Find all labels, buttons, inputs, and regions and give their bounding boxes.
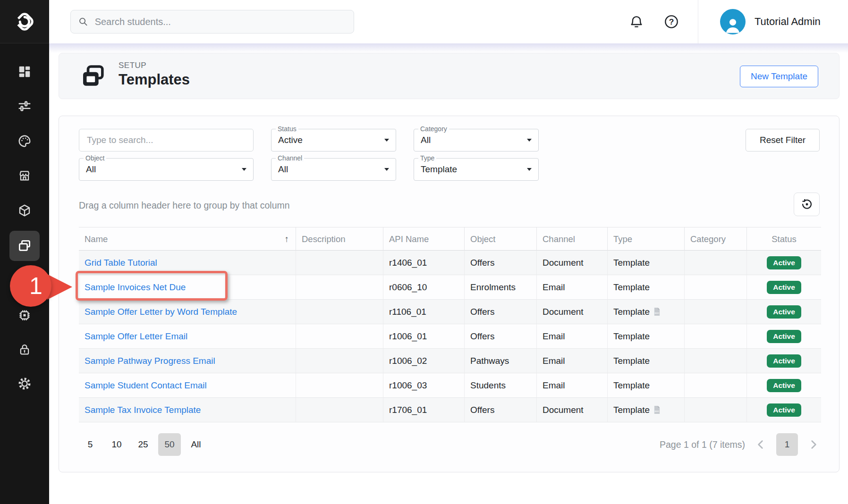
cell-api-name: r1706_01 bbox=[383, 398, 465, 422]
cell-object: Offers bbox=[465, 398, 537, 422]
svg-text:DOC: DOC bbox=[655, 312, 660, 314]
column-header-category[interactable]: Category bbox=[685, 227, 747, 251]
cell-description bbox=[296, 275, 383, 300]
template-link[interactable]: Sample Offer Letter by Word Template bbox=[85, 307, 237, 317]
sidebar-item-security[interactable] bbox=[9, 335, 40, 365]
table-row[interactable]: Sample Pathway Progress Email r1006_02 P… bbox=[79, 349, 821, 373]
new-template-button[interactable]: New Template bbox=[740, 66, 818, 87]
object-select[interactable]: Object All bbox=[79, 158, 254, 181]
revert-icon bbox=[801, 198, 813, 210]
cell-channel: Email bbox=[537, 275, 608, 300]
palette-icon bbox=[17, 134, 32, 148]
sidebar-item-appearance[interactable] bbox=[9, 126, 40, 156]
category-select[interactable]: Category All bbox=[414, 129, 539, 151]
cell-channel: Document bbox=[537, 300, 608, 324]
template-link[interactable]: Sample Student Contact Email bbox=[85, 380, 207, 391]
topbar-divider bbox=[698, 0, 698, 43]
help-button[interactable]: ? bbox=[664, 14, 679, 29]
template-link[interactable]: Sample Tax Invoice Template bbox=[85, 405, 201, 415]
sidebar-item-automation[interactable] bbox=[9, 300, 40, 330]
cell-description bbox=[296, 373, 383, 398]
table-row[interactable]: Sample Invoices Net Due r0606_10 Enrolme… bbox=[79, 275, 821, 300]
cell-category bbox=[685, 275, 747, 300]
column-header-object[interactable]: Object bbox=[465, 227, 537, 251]
page-size-25[interactable]: 25 bbox=[132, 433, 154, 456]
user-avatar[interactable] bbox=[720, 9, 746, 34]
column-header-api-name[interactable]: API Name bbox=[383, 227, 465, 251]
cell-description bbox=[296, 300, 383, 324]
type-select[interactable]: Type Template bbox=[414, 158, 539, 181]
cell-object: Offers bbox=[465, 324, 537, 349]
sidebar-item-store[interactable] bbox=[9, 160, 40, 191]
cell-type: Template bbox=[608, 251, 685, 275]
cell-api-name: r0606_10 bbox=[383, 275, 465, 300]
revert-grid-button[interactable] bbox=[794, 193, 820, 216]
template-link[interactable]: Grid Table Tutorial bbox=[85, 258, 157, 268]
column-header-type[interactable]: Type bbox=[608, 227, 685, 251]
sidebar-item-templates[interactable] bbox=[9, 231, 40, 261]
next-page-icon[interactable] bbox=[807, 438, 820, 451]
sidebar-item-preferences[interactable] bbox=[9, 369, 40, 399]
column-header-channel[interactable]: Channel bbox=[537, 227, 608, 251]
cell-channel: Email bbox=[537, 349, 608, 373]
cell-description bbox=[296, 398, 383, 422]
search-input[interactable] bbox=[95, 17, 346, 27]
storefront-icon bbox=[17, 168, 32, 183]
reset-filter-button[interactable]: Reset Filter bbox=[746, 129, 820, 151]
cell-category bbox=[685, 373, 747, 398]
pager: Page 1 of 1 (7 items) 1 bbox=[660, 433, 820, 456]
current-page-button[interactable]: 1 bbox=[776, 433, 798, 456]
cell-object: Offers bbox=[465, 300, 537, 324]
sidebar-item-dashboard[interactable] bbox=[9, 57, 40, 87]
cell-api-name: r1006_02 bbox=[383, 349, 465, 373]
doc-file-icon: DOC bbox=[653, 307, 661, 316]
channel-select[interactable]: Channel All bbox=[271, 158, 396, 181]
page-size-all[interactable]: All bbox=[185, 433, 207, 456]
cell-channel: Document bbox=[537, 251, 608, 275]
student-search[interactable] bbox=[70, 10, 354, 34]
previous-page-icon[interactable] bbox=[755, 438, 767, 451]
sidebar-item-settings-sliders[interactable] bbox=[9, 92, 40, 122]
cell-object: Students bbox=[465, 373, 537, 398]
table-row[interactable]: Sample Offer Letter by Word Template r11… bbox=[79, 300, 821, 324]
chevron-down-icon bbox=[242, 168, 246, 171]
column-header-status[interactable]: Status bbox=[747, 227, 821, 251]
template-link[interactable]: Sample Pathway Progress Email bbox=[85, 356, 215, 366]
notifications-button[interactable] bbox=[629, 14, 644, 29]
status-badge: Active bbox=[767, 281, 801, 294]
object-value: All bbox=[86, 159, 96, 180]
page-size-5[interactable]: 5 bbox=[79, 433, 102, 456]
user-name[interactable]: Tutorial Admin bbox=[755, 0, 821, 43]
cell-type: Template bbox=[608, 349, 685, 373]
status-value: Active bbox=[278, 129, 303, 151]
column-header-description[interactable]: Description bbox=[296, 227, 383, 251]
dashboard-icon bbox=[17, 65, 32, 79]
table-row[interactable]: Sample Offer Letter Email r1006_01 Offer… bbox=[79, 324, 821, 349]
status-select[interactable]: Status Active bbox=[271, 129, 396, 151]
page-summary: Page 1 of 1 (7 items) bbox=[660, 439, 745, 450]
templates-table: Name↑ Description API Name Object Channe… bbox=[79, 227, 821, 422]
app-logo[interactable] bbox=[0, 0, 49, 43]
cell-type: Template bbox=[608, 275, 685, 300]
chevron-down-icon bbox=[384, 168, 389, 171]
cell-description bbox=[296, 349, 383, 373]
table-row[interactable]: Sample Student Contact Email r1006_03 St… bbox=[79, 373, 821, 398]
templates-page-icon bbox=[80, 63, 106, 90]
page-size-10[interactable]: 10 bbox=[105, 433, 128, 456]
page-size-50-selected[interactable]: 50 bbox=[158, 433, 181, 456]
table-row[interactable]: Grid Table Tutorial r1406_01 Offers Docu… bbox=[79, 251, 821, 275]
template-link[interactable]: Sample Invoices Net Due bbox=[85, 282, 186, 293]
page-title: Templates bbox=[119, 71, 190, 88]
sidebar-item-products[interactable] bbox=[9, 195, 40, 226]
cell-api-name: r1006_03 bbox=[383, 373, 465, 398]
table-header-row: Name↑ Description API Name Object Channe… bbox=[79, 227, 821, 251]
sort-ascending-icon[interactable]: ↑ bbox=[285, 227, 289, 251]
filter-search[interactable] bbox=[79, 129, 254, 151]
status-badge: Active bbox=[767, 305, 801, 319]
column-header-name[interactable]: Name↑ bbox=[79, 227, 296, 251]
template-link[interactable]: Sample Offer Letter Email bbox=[85, 331, 187, 342]
cell-type: Template DOC bbox=[608, 398, 685, 422]
table-row[interactable]: Sample Tax Invoice Template r1706_01 Off… bbox=[79, 398, 821, 422]
category-value: All bbox=[421, 129, 431, 151]
filter-search-input[interactable] bbox=[79, 129, 253, 151]
